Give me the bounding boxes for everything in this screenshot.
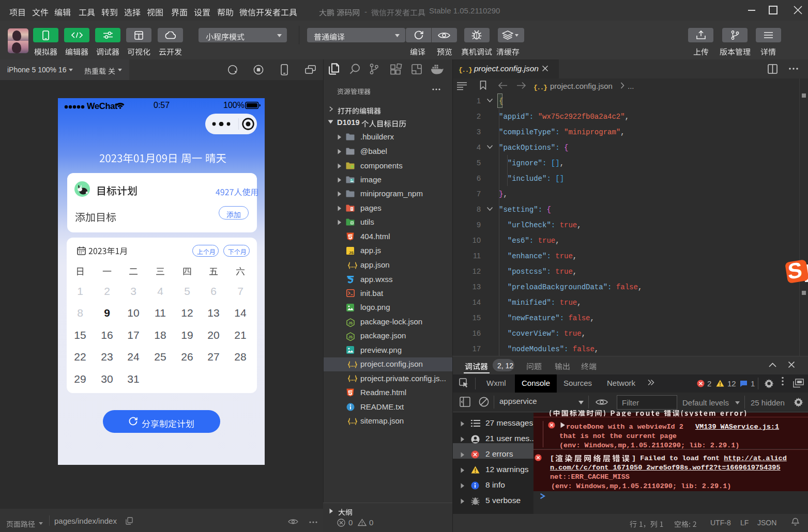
svg-text:JS: JS [348, 321, 353, 325]
svg-text:JS: JS [348, 335, 353, 339]
svg-text:JS: JS [349, 251, 354, 255]
